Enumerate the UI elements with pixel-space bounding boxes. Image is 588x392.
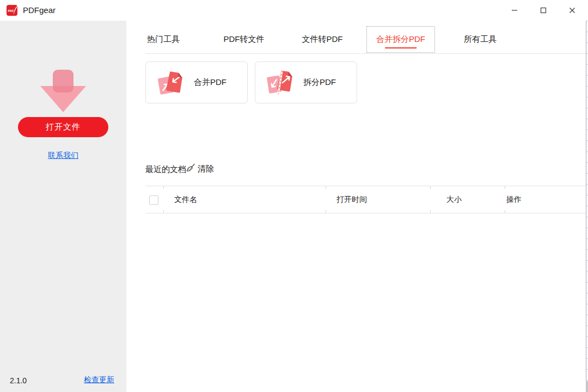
column-separator: [505, 186, 505, 189]
merge-pdf-label: 合并PDF: [194, 77, 226, 88]
download-arrow-icon: [36, 69, 90, 114]
svg-text:PDF: PDF: [8, 9, 15, 13]
column-separator: [326, 186, 326, 189]
title-bar: PDF PDFgear: [0, 0, 588, 21]
maximize-button[interactable]: [535, 2, 552, 19]
broom-icon: [186, 163, 195, 174]
sidebar: 打开文件 联系我们 2.1.0 检查更新: [0, 21, 126, 392]
split-pdf-card[interactable]: 拆分PDF: [255, 62, 357, 103]
column-header-size: 大小: [446, 186, 462, 213]
contact-us-link[interactable]: 联系我们: [0, 151, 126, 161]
merge-pdf-icon: [157, 69, 184, 96]
column-header-filename: 文件名: [174, 186, 197, 213]
column-separator: [430, 210, 431, 213]
merge-pdf-card[interactable]: 合并PDF: [145, 62, 248, 103]
main-content: 热门工具 PDF转文件 文件转PDF 合并拆分PDF 所有工具 合并PDF: [126, 21, 588, 392]
tab-all-tools[interactable]: 所有工具: [464, 26, 497, 53]
select-all-checkbox[interactable]: [149, 195, 158, 205]
pdfgear-logo-icon: PDF: [7, 4, 19, 16]
tab-merge-split-pdf[interactable]: 合并拆分PDF: [366, 26, 435, 53]
background-window-sliver-footer: [586, 381, 588, 392]
tab-bar: 热门工具 PDF转文件 文件转PDF 合并拆分PDF 所有工具: [126, 21, 588, 54]
clear-label: 清除: [198, 164, 214, 174]
clear-recent-button[interactable]: 清除: [186, 163, 214, 174]
split-pdf-label: 拆分PDF: [303, 77, 336, 88]
version-label: 2.1.0: [10, 376, 27, 385]
column-separator: [326, 210, 326, 213]
background-window-sliver: [586, 21, 588, 392]
column-header-operation: 操作: [506, 186, 522, 213]
active-tab-underline: [385, 47, 416, 48]
column-separator: [163, 186, 164, 189]
recent-files-table-header: 文件名 打开时间 大小 操作: [145, 186, 586, 213]
column-separator: [163, 210, 164, 213]
column-separator: [430, 186, 431, 189]
tab-bar-divider: [145, 53, 586, 54]
close-button[interactable]: [564, 2, 581, 19]
app-title: PDFgear: [23, 5, 56, 15]
column-separator: [505, 210, 505, 213]
check-update-link[interactable]: 检查更新: [84, 375, 114, 385]
column-header-open-time: 打开时间: [336, 186, 367, 213]
tab-pdf-to-file[interactable]: PDF转文件: [224, 26, 265, 53]
split-pdf-icon: [266, 69, 293, 96]
tab-hot-tools[interactable]: 热门工具: [147, 26, 180, 53]
recent-documents-title: 最近的文档: [145, 164, 186, 175]
tab-file-to-pdf[interactable]: 文件转PDF: [302, 26, 343, 53]
open-file-button[interactable]: 打开文件: [18, 117, 108, 137]
minimize-button[interactable]: [506, 2, 523, 19]
